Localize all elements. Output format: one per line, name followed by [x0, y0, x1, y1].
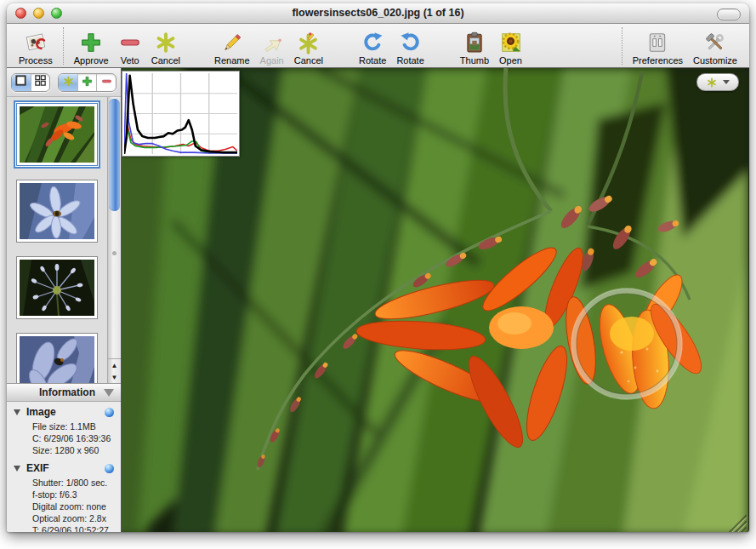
approve-button[interactable]: Approve [69, 26, 114, 66]
process-icon [24, 30, 48, 55]
sidebar-controls [7, 68, 121, 97]
veto-label: Veto [121, 55, 139, 66]
app-window: flowersinsects06_020.jpg (1 of 16) Proce… [7, 3, 749, 532]
approve-segment[interactable] [78, 74, 98, 91]
created-line: C: 6/29/06 16:39:36 [32, 432, 114, 444]
cancel-edit-button[interactable]: Cancel [289, 26, 328, 66]
cancel-asterisk-icon [155, 30, 177, 55]
mark-mode-control [58, 73, 117, 92]
mark-dropdown-button[interactable] [696, 73, 739, 91]
scroll-up-arrow-icon[interactable]: ▲ [108, 359, 121, 371]
image-section: Image File size: 1.1MB C: 6/29/06 16:39:… [7, 402, 121, 458]
rotate-cw-button[interactable]: Rotate [354, 26, 391, 66]
scroll-down-arrow-icon[interactable]: ▼ [108, 371, 121, 383]
plus-icon [82, 75, 93, 90]
main-image-area[interactable] [122, 68, 749, 532]
thumbnail-image-crocosmia [20, 106, 94, 163]
thumbnail[interactable] [16, 333, 98, 383]
image-section-title: Image [26, 406, 56, 418]
file-size-line: File size: 1.1MB [32, 420, 114, 432]
open-button[interactable]: Open [494, 26, 527, 66]
veto-segment[interactable] [97, 74, 116, 91]
scrollbar-thumb[interactable] [109, 99, 120, 211]
thumbnail-scrollbar[interactable]: ▲ ▼ [107, 97, 121, 383]
rotate-ccw-icon [400, 30, 422, 55]
exif-section-header[interactable]: EXIF [14, 462, 114, 474]
thumbnail-selected[interactable] [16, 103, 98, 166]
process-button[interactable]: Process [14, 26, 58, 66]
single-view-segment[interactable] [12, 74, 31, 91]
sidebar: ▲ ▼ Information Image File s [7, 68, 122, 532]
thumb-clipboard-icon [463, 30, 486, 55]
customize-label: Customize [693, 55, 737, 66]
cancel-edit-icon [297, 30, 320, 55]
again-button: Again [255, 26, 289, 66]
approve-plus-icon [80, 30, 102, 55]
disclosure-triangle-icon[interactable] [14, 409, 20, 415]
histogram-panel [122, 71, 240, 157]
cancel-edit-label: Cancel [294, 55, 323, 66]
view-mode-control [11, 73, 50, 92]
process-label: Process [19, 55, 53, 66]
customize-tools-icon [704, 30, 726, 55]
approve-label: Approve [74, 55, 109, 66]
rename-pencil-icon [220, 30, 243, 55]
again-arrow-icon [260, 30, 283, 55]
title-bar[interactable]: flowersinsects06_020.jpg (1 of 16) [7, 3, 749, 24]
exif-section: EXIF Shutter: 1/800 sec. f-stop: f/6.3 D… [7, 458, 121, 532]
rotate-cw-icon [361, 30, 384, 55]
rotate-ccw-button[interactable]: Rotate [391, 26, 429, 66]
veto-minus-icon [119, 30, 141, 55]
thumbnail-list [7, 97, 107, 383]
exif-section-title: EXIF [26, 462, 49, 474]
chevron-down-icon [723, 80, 730, 84]
grid-view-segment[interactable] [31, 74, 50, 91]
thumb-button[interactable]: Thumb [455, 26, 494, 66]
panel-collapse-icon[interactable] [104, 389, 114, 397]
single-view-icon [14, 74, 27, 90]
grid-view-icon [34, 74, 47, 90]
customize-button[interactable]: Customize [688, 26, 742, 66]
preferences-button[interactable]: Preferences [628, 26, 688, 66]
section-orb-icon[interactable] [105, 464, 114, 473]
cancel-label: Cancel [151, 55, 180, 66]
digital-zoom-line: Digital zoom: none [32, 500, 114, 512]
image-section-header[interactable]: Image [14, 406, 114, 418]
histogram-chart [124, 73, 237, 154]
neutral-segment[interactable] [59, 74, 78, 91]
toolbar-separator [622, 27, 622, 65]
open-label: Open [499, 55, 522, 66]
cancel-button[interactable]: Cancel [146, 26, 185, 66]
asterisk-icon [63, 75, 74, 90]
section-orb-icon[interactable] [105, 408, 114, 417]
information-title: Information [39, 386, 95, 398]
thumbnail-image-agapanthus-fly [20, 336, 94, 383]
toolbar-separator [63, 27, 64, 65]
rename-button[interactable]: Rename [209, 26, 255, 66]
window-title: flowersinsects06_020.jpg (1 of 16) [7, 7, 749, 19]
thumbnail-image-bud-starburst [20, 260, 94, 316]
information-header[interactable]: Information [7, 384, 121, 402]
preferences-icon [646, 30, 668, 55]
thumbnail[interactable] [16, 256, 98, 319]
rotate-cw-label: Rotate [359, 55, 386, 66]
content-area: ▲ ▼ Information Image File s [7, 68, 749, 532]
rotate-ccw-label: Rotate [396, 55, 423, 66]
dimensions-line: Size: 1280 x 960 [32, 444, 114, 456]
thumbnail[interactable] [16, 180, 98, 243]
information-panel: Information Image File size: 1.1MB C: 6/… [7, 383, 121, 532]
disclosure-triangle-icon[interactable] [14, 466, 20, 472]
minus-icon [101, 75, 112, 90]
image-section-lines: File size: 1.1MB C: 6/29/06 16:39:36 Siz… [32, 420, 114, 456]
thumb-label: Thumb [460, 55, 489, 66]
preferences-label: Preferences [633, 55, 683, 66]
thumbnail-image-agapanthus-bee [20, 183, 94, 239]
veto-button[interactable]: Veto [114, 26, 146, 66]
time-line: T: 6/29/06 10:52:27 [32, 524, 114, 532]
optical-zoom-line: Optical zoom: 2.8x [32, 512, 114, 524]
exif-section-lines: Shutter: 1/800 sec. f-stop: f/6.3 Digita… [32, 477, 114, 532]
toolbar-toggle-button[interactable] [717, 9, 741, 20]
again-label: Again [260, 55, 284, 66]
open-sunflower-icon [500, 30, 522, 55]
rename-label: Rename [214, 55, 250, 66]
